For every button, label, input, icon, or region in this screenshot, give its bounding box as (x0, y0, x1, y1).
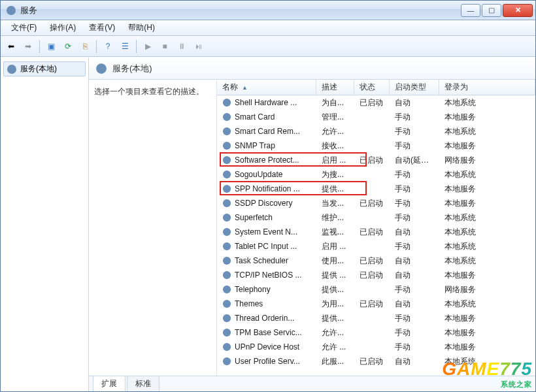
table-row[interactable]: Tablet PC Input ...启用 ...手动本地系统 (217, 239, 535, 253)
titlebar[interactable]: 服务 — ▢ ✕ (1, 1, 535, 20)
service-startup: 自动(延迟... (390, 155, 439, 166)
service-name: User Profile Serv... (235, 357, 300, 366)
service-logon: 本地系统 (439, 97, 535, 108)
gear-icon (222, 328, 231, 337)
service-desc: 允许... (316, 327, 354, 338)
column-name[interactable]: 名称▲ (217, 80, 316, 95)
service-logon: 本地服务 (439, 184, 535, 195)
service-logon: 本地系统 (439, 356, 535, 367)
gear-icon (222, 112, 231, 122)
table-row[interactable]: Software Protect...启用 ...已启动自动(延迟...网络服务 (217, 153, 535, 167)
table-row[interactable]: Telephony提供...手动网络服务 (217, 282, 535, 297)
pause-service-button[interactable]: ⏸ (174, 39, 190, 54)
console-tree: 服务(本地) (1, 57, 89, 391)
pause-icon: ⏸ (178, 42, 186, 51)
service-logon: 本地系统 (439, 126, 535, 137)
service-status: 已启动 (354, 299, 390, 310)
tree-services-local[interactable]: 服务(本地) (3, 61, 86, 76)
service-name: System Event N... (235, 227, 297, 237)
help-button[interactable]: ? (100, 39, 116, 54)
tab-extended[interactable]: 扩展 (93, 376, 126, 391)
refresh-icon: ⟳ (65, 42, 71, 51)
column-description[interactable]: 描述 (316, 80, 354, 95)
maximize-button[interactable]: ▢ (482, 4, 501, 17)
table-row[interactable]: SNMP Trap接收...手动本地服务 (217, 139, 535, 153)
service-startup: 手动 (390, 313, 439, 324)
service-startup: 手动 (390, 284, 439, 295)
gear-icon (222, 141, 231, 150)
table-row[interactable]: TPM Base Servic...允许...手动本地服务 (217, 325, 535, 340)
gear-icon (222, 170, 231, 179)
service-name: Tablet PC Input ... (235, 242, 297, 251)
window-title: 服务 (20, 5, 37, 16)
menu-file[interactable]: 文件(F) (5, 20, 43, 35)
export-icon: ⎘ (83, 42, 88, 51)
restart-service-button[interactable]: ⏯ (191, 39, 207, 54)
minimize-button[interactable]: — (461, 4, 480, 17)
gear-icon (222, 127, 231, 136)
service-name: Smart Card (235, 112, 275, 122)
service-name: SogouUpdate (235, 170, 282, 179)
service-logon: 本地系统 (439, 299, 535, 310)
menu-help[interactable]: 帮助(H) (122, 20, 161, 35)
table-row[interactable]: SogouUpdate为搜...手动本地系统 (217, 167, 535, 182)
service-name: Superfetch (235, 213, 273, 222)
table-row[interactable]: UPnP Device Host允许 ...手动本地服务 (217, 340, 535, 354)
service-name: Themes (235, 299, 263, 308)
service-startup: 自动 (390, 227, 439, 238)
service-logon: 本地系统 (439, 169, 535, 180)
gear-icon (95, 63, 107, 74)
result-pane-title: 服务(本地) (112, 63, 152, 74)
menu-view[interactable]: 查看(V) (82, 20, 122, 35)
table-row[interactable]: User Profile Serv...此服...已启动自动本地系统 (217, 354, 535, 368)
service-name: TCP/IP NetBIOS ... (235, 270, 301, 280)
back-button[interactable]: ⬅ (3, 39, 19, 54)
service-logon: 本地服务 (439, 198, 535, 209)
properties-button[interactable]: ☰ (117, 39, 133, 54)
table-row[interactable]: TCP/IP NetBIOS ...提供 ...已启动自动本地服务 (217, 268, 535, 282)
forward-button[interactable]: ➡ (20, 39, 36, 54)
service-name: Smart Card Rem... (235, 127, 300, 136)
table-row[interactable]: Smart Card Rem...允许...手动本地系统 (217, 124, 535, 139)
service-startup: 手动 (390, 342, 439, 353)
service-status: 已启动 (354, 227, 390, 238)
gear-icon (222, 242, 231, 251)
column-logon-as[interactable]: 登录为 (439, 80, 535, 95)
gear-icon (222, 357, 231, 366)
table-row[interactable]: SPP Notification ...提供...手动本地服务 (217, 182, 535, 196)
service-status: 已启动 (354, 198, 390, 209)
table-row[interactable]: SSDP Discovery当发...已启动手动本地服务 (217, 196, 535, 210)
table-row[interactable]: Task Scheduler使用...已启动自动本地系统 (217, 253, 535, 268)
service-desc: 管理... (316, 112, 354, 123)
service-name: Thread Orderin... (235, 314, 294, 323)
service-desc: 使用... (316, 255, 354, 267)
sort-asc-icon: ▲ (242, 84, 248, 91)
gear-icon (222, 213, 231, 222)
column-startup-type[interactable]: 启动类型 (390, 80, 439, 95)
table-row[interactable]: Shell Hardware ...为自...已启动自动本地系统 (217, 95, 535, 110)
menubar: 文件(F) 操作(A) 查看(V) 帮助(H) (1, 20, 535, 36)
refresh-button[interactable]: ⟳ (60, 39, 76, 54)
service-desc: 维护... (316, 212, 354, 223)
gear-icon (222, 285, 231, 294)
service-desc: 允许... (316, 126, 354, 137)
gear-icon (222, 270, 231, 280)
table-row[interactable]: System Event N...监视...已启动自动本地系统 (217, 225, 535, 239)
table-row[interactable]: Thread Orderin...提供...手动本地服务 (217, 311, 535, 325)
export-list-button[interactable]: ⎘ (77, 39, 93, 54)
table-row[interactable]: Smart Card管理...手动本地服务 (217, 110, 535, 124)
close-button[interactable]: ✕ (503, 4, 533, 17)
service-logon: 网络服务 (439, 284, 535, 295)
stop-service-button[interactable]: ■ (157, 39, 173, 54)
view-tabs: 扩展 标准 (89, 376, 535, 391)
description-prompt: 选择一个项目来查看它的描述。 (94, 86, 210, 97)
table-row[interactable]: Superfetch维护...手动本地系统 (217, 210, 535, 225)
tab-standard[interactable]: 标准 (127, 376, 159, 391)
show-hide-tree-button[interactable]: ▣ (43, 39, 59, 54)
description-panel: 选择一个项目来查看它的描述。 (89, 80, 216, 376)
table-row[interactable]: Themes为用...已启动自动本地系统 (217, 297, 535, 311)
menu-action[interactable]: 操作(A) (43, 20, 82, 35)
gear-icon (222, 184, 231, 193)
column-status[interactable]: 状态 (354, 80, 390, 95)
start-service-button[interactable]: ▶ (140, 39, 156, 54)
